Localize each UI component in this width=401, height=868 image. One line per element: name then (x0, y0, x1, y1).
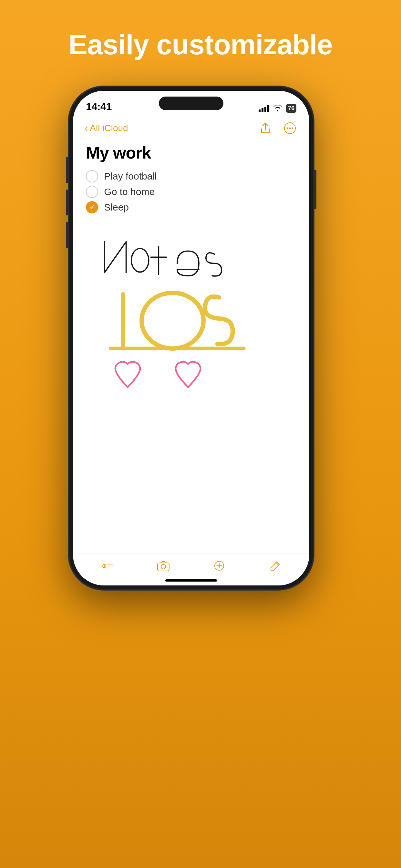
status-time: 14:41 (86, 101, 112, 113)
volume-up-button (66, 190, 68, 215)
svg-rect-15 (158, 563, 169, 571)
pen-toolbar-button[interactable] (210, 556, 229, 576)
page-headline: Easily customizable (68, 29, 332, 60)
battery-level: 76 (288, 105, 295, 112)
svg-point-16 (161, 564, 166, 569)
checklist-toolbar-button[interactable] (98, 556, 117, 576)
chevron-left-icon: ‹ (85, 123, 88, 133)
wifi-icon (273, 104, 282, 112)
page-background: Easily customizable 14:41 (68, 0, 332, 590)
ios-drawn-text (123, 293, 233, 349)
checkbox-2[interactable] (86, 186, 98, 198)
handwriting-area (86, 223, 297, 434)
home-indicator (165, 579, 217, 582)
heart-1 (115, 362, 140, 387)
camera-toolbar-button[interactable] (154, 556, 173, 576)
signal-icon (258, 104, 269, 112)
more-button[interactable] (282, 120, 298, 136)
checklist-label-3: Sleep (104, 202, 129, 213)
svg-point-2 (289, 127, 291, 129)
checklist-item[interactable]: Go to home (86, 186, 297, 198)
back-button[interactable]: ‹ All iCloud (85, 123, 128, 133)
checklist-item[interactable]: Play football (86, 170, 297, 182)
compose-toolbar-button[interactable] (266, 556, 285, 576)
checklist-label-1: Play football (104, 171, 157, 182)
note-title: My work (86, 143, 297, 162)
checkbox-3[interactable] (86, 201, 98, 213)
svg-point-4 (131, 248, 149, 272)
handwriting-canvas (86, 223, 297, 434)
heart-2 (176, 362, 201, 387)
status-icons: 76 (258, 104, 297, 113)
checklist-label-2: Go to home (104, 186, 155, 197)
svg-point-1 (287, 127, 288, 129)
checkbox-1[interactable] (86, 170, 98, 182)
phone-mockup: 14:41 76 (68, 86, 314, 590)
handwritten-notes-text (104, 242, 222, 276)
dynamic-island (159, 97, 223, 110)
svg-point-11 (104, 565, 105, 567)
back-label: All iCloud (90, 123, 128, 133)
volume-down-button (66, 222, 68, 248)
share-button[interactable] (258, 120, 273, 136)
svg-point-3 (292, 127, 294, 129)
svg-point-8 (142, 293, 204, 349)
phone-screen: 14:41 76 (73, 91, 309, 585)
checklist: Play football Go to home Sleep (86, 170, 297, 213)
phone-shell: 14:41 76 (68, 86, 314, 590)
checklist-item[interactable]: Sleep (86, 201, 297, 213)
battery-icon: 76 (286, 104, 297, 113)
note-content: My work Play football Go to home (73, 140, 309, 553)
navigation-bar: ‹ All iCloud (73, 117, 309, 140)
nav-actions (258, 120, 298, 136)
